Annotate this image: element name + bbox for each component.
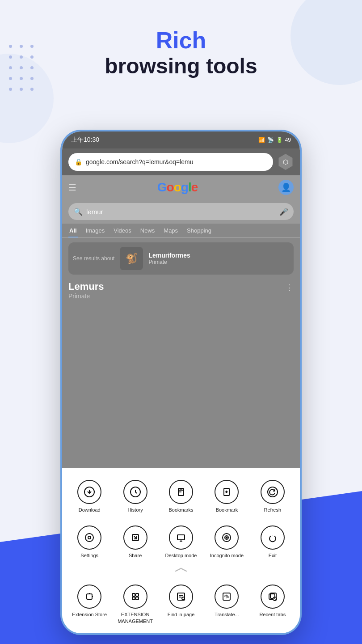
- status-time: 上午10:30: [71, 136, 99, 144]
- status-icons: 📶 📡 🔋 49: [258, 137, 291, 143]
- menu-item-translate[interactable]: 中 A Translate...: [204, 580, 249, 629]
- settings-label: Settings: [80, 552, 98, 559]
- history-label: History: [127, 507, 143, 513]
- menu-item-exit[interactable]: Exit: [250, 521, 295, 563]
- signal-icon: 📶: [258, 137, 265, 143]
- results-area: See results about 🐒 Lemuriformes Primate…: [62, 238, 300, 468]
- svg-text:A: A: [227, 595, 229, 598]
- menu-item-refresh[interactable]: Refresh: [250, 475, 295, 517]
- exit-label: Exit: [269, 552, 277, 559]
- wifi-icon: 📡: [267, 137, 274, 143]
- bookmark-label: Bookmark: [216, 507, 238, 513]
- result-card-info: Lemuriformes Primate: [148, 252, 190, 265]
- incognito-mode-label: Incognito mode: [210, 552, 244, 559]
- menu-item-find-in-page[interactable]: Find in page: [158, 580, 204, 629]
- tab-all[interactable]: All: [68, 225, 78, 237]
- menu-item-share[interactable]: Share: [112, 521, 158, 563]
- translate-label: Translate...: [215, 611, 239, 618]
- extension-mgmt-label: EXTENSION MANAGEMENT: [114, 611, 156, 624]
- svg-rect-15: [132, 597, 135, 600]
- battery-icon: 🔋: [276, 137, 283, 143]
- svg-point-5: [88, 536, 91, 539]
- see-results-card[interactable]: See results about 🐒 Lemuriformes Primate: [68, 242, 294, 275]
- phone-inner: 上午10:30 📶 📡 🔋 49 🔒 google.com/search?q=l…: [62, 131, 300, 633]
- bookmark-icon: [215, 480, 239, 504]
- svg-point-11: [226, 537, 227, 538]
- extension-store-icon: [77, 585, 101, 609]
- menu-item-incognito-mode[interactable]: Incognito mode: [204, 521, 249, 563]
- page-title-sub: browsing tools: [0, 54, 362, 78]
- svg-rect-13: [132, 593, 135, 596]
- menu-item-desktop-mode[interactable]: Desktop mode: [158, 521, 204, 563]
- menu-item-bookmarks[interactable]: Bookmarks: [158, 475, 204, 517]
- exit-icon: [261, 525, 285, 550]
- microphone-icon[interactable]: 🎤: [279, 208, 288, 216]
- status-bar: 上午10:30 📶 📡 🔋 49: [62, 131, 300, 148]
- search-icon: 🔍: [74, 208, 83, 216]
- result-card-sub: Primate: [148, 259, 190, 265]
- search-input-bar[interactable]: 🔍 lemur 🎤: [68, 203, 294, 220]
- desktop-mode-icon: [169, 525, 193, 550]
- user-avatar[interactable]: 👤: [278, 180, 294, 195]
- search-query-text: lemur: [86, 208, 103, 216]
- svg-rect-16: [136, 597, 139, 600]
- desktop-mode-label: Desktop mode: [165, 552, 197, 559]
- svg-rect-12: [87, 594, 92, 599]
- search-bar-area: 🔍 lemur 🎤: [62, 199, 300, 224]
- url-text: google.com/search?q=lemur&oq=lemu: [86, 158, 193, 165]
- menu-item-settings[interactable]: Settings: [67, 521, 112, 563]
- share-icon: [123, 525, 147, 550]
- menu-item-history[interactable]: History: [112, 475, 158, 517]
- tab-news[interactable]: News: [139, 225, 156, 237]
- hamburger-icon[interactable]: ☰: [68, 182, 76, 193]
- avatar-icon: 👤: [281, 182, 291, 192]
- main-result: ⋮ Lemurs Primate: [68, 281, 294, 300]
- tab-images[interactable]: Images: [85, 225, 106, 237]
- svg-point-6: [85, 534, 93, 542]
- lock-icon: 🔒: [75, 158, 82, 165]
- page-header: Rich browsing tools: [0, 27, 362, 78]
- incognito-mode-icon: [215, 525, 239, 550]
- search-left: 🔍 lemur: [74, 208, 103, 216]
- tab-videos[interactable]: Videos: [113, 225, 132, 237]
- find-in-page-icon: [169, 585, 193, 609]
- url-bar[interactable]: 🔒 google.com/search?q=lemur&oq=lemu: [68, 153, 273, 171]
- page-title-rich: Rich: [0, 27, 362, 54]
- battery-percent: 49: [285, 137, 291, 143]
- translate-icon: 中 A: [215, 585, 239, 609]
- menu-item-recent-tabs[interactable]: Recent tabs: [250, 580, 295, 629]
- shield-icon: ⬡: [283, 158, 288, 165]
- menu-row-1: Download History: [67, 475, 295, 517]
- download-icon: [77, 480, 101, 504]
- menu-item-extension-mgmt[interactable]: EXTENSION MANAGEMENT: [112, 580, 158, 629]
- recent-tabs-label: Recent tabs: [259, 611, 286, 618]
- url-bar-area: 🔒 google.com/search?q=lemur&oq=lemu ⬡: [62, 148, 300, 175]
- refresh-icon: [261, 480, 285, 504]
- tab-maps[interactable]: Maps: [163, 225, 179, 237]
- menu-item-bookmark[interactable]: Bookmark: [204, 475, 249, 517]
- find-in-page-label: Find in page: [168, 611, 195, 618]
- svg-rect-14: [136, 593, 139, 596]
- extension-mgmt-icon: [123, 585, 147, 609]
- bottom-sheet: Download History: [62, 468, 300, 633]
- see-results-label: See results about: [73, 255, 114, 262]
- extension-store-label: Extension Store: [72, 611, 107, 618]
- menu-item-download[interactable]: Download: [67, 475, 112, 517]
- bookmarks-label: Bookmarks: [168, 507, 193, 513]
- history-icon: [123, 480, 147, 504]
- phone-mockup: 上午10:30 📶 📡 🔋 49 🔒 google.com/search?q=l…: [60, 130, 302, 635]
- svg-rect-8: [177, 535, 185, 540]
- menu-item-extension-store[interactable]: Extension Store: [67, 580, 112, 629]
- recent-tabs-icon: [261, 585, 285, 609]
- tab-shopping[interactable]: Shopping: [186, 225, 212, 237]
- menu-row-2: Settings Share: [67, 521, 295, 563]
- download-label: Download: [79, 507, 101, 513]
- pull-indicator: [67, 567, 295, 576]
- more-options-icon[interactable]: ⋮: [286, 283, 294, 292]
- bookmarks-icon: [169, 480, 193, 504]
- result-card-image: 🐒: [120, 247, 143, 270]
- shield-button[interactable]: ⬡: [278, 154, 294, 170]
- share-label: Share: [129, 552, 142, 559]
- settings-icon: [77, 525, 101, 550]
- tabs-bar: All Images Videos News Maps Shopping: [62, 224, 300, 238]
